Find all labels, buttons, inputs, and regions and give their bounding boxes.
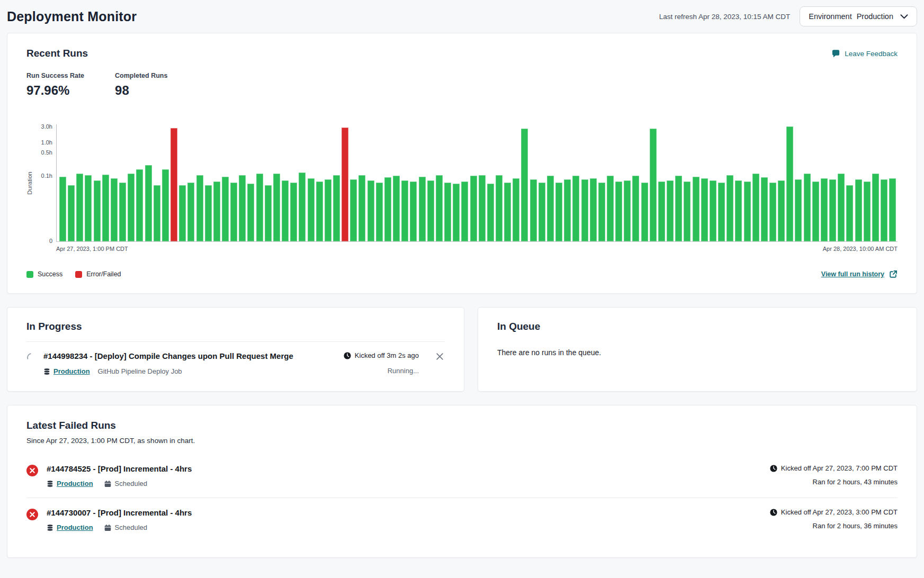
chart-bar-success[interactable] (564, 179, 571, 241)
environment-link[interactable]: Production (43, 367, 90, 375)
chart-bar-success[interactable] (76, 174, 83, 241)
chart-bar-success[interactable] (881, 179, 887, 241)
chart-bar-success[interactable] (265, 185, 272, 241)
chart-bar-success[interactable] (590, 178, 597, 241)
chart-bar-success[interactable] (864, 182, 871, 241)
chart-bar-success[interactable] (496, 175, 503, 241)
chart-bar-success[interactable] (744, 182, 751, 241)
chart-bar-success[interactable] (299, 173, 306, 241)
chart-bar-success[interactable] (436, 175, 443, 241)
chart-bar-success[interactable] (752, 174, 759, 241)
chart-bar-success[interactable] (726, 175, 733, 241)
chart-bar-success[interactable] (453, 184, 460, 241)
chart-bar-success[interactable] (812, 182, 819, 241)
chart-bar-success[interactable] (829, 179, 836, 241)
chart-bar-success[interactable] (461, 182, 468, 241)
chart-bar-success[interactable] (119, 183, 126, 241)
chart-bar-success[interactable] (547, 176, 554, 241)
chart-bar-success[interactable] (641, 183, 648, 241)
chart-bar-success[interactable] (85, 175, 92, 241)
chart-bar-success[interactable] (607, 176, 614, 241)
chart-bar-failed[interactable] (171, 128, 177, 241)
chart-bar-success[interactable] (410, 182, 417, 241)
chart-bar-success[interactable] (572, 176, 579, 241)
chart-bar-success[interactable] (68, 185, 75, 241)
chart-bar-success[interactable] (675, 176, 682, 241)
chart-bar-success[interactable] (367, 180, 374, 241)
chart-bar-success[interactable] (658, 182, 665, 241)
chart-bar-success[interactable] (889, 178, 896, 241)
chart-bar-success[interactable] (128, 174, 134, 241)
chart-bar-success[interactable] (479, 175, 486, 241)
chart-bar-success[interactable] (786, 127, 793, 241)
chart-bar-success[interactable] (539, 183, 545, 241)
chart-bar-success[interactable] (855, 179, 862, 241)
chart-bar-success[interactable] (624, 180, 631, 241)
chart-bar-success[interactable] (376, 183, 383, 241)
chart-bar-success[interactable] (290, 183, 297, 241)
chart-bar-success[interactable] (401, 180, 408, 241)
chart-bar-success[interactable] (59, 177, 66, 241)
chart-bar-success[interactable] (222, 177, 229, 241)
chart-bar-success[interactable] (162, 169, 169, 241)
chart-bar-success[interactable] (693, 177, 699, 241)
chart-bar-success[interactable] (179, 185, 186, 241)
chart-bar-success[interactable] (384, 177, 391, 241)
chart-plot[interactable] (56, 124, 898, 242)
chart-bar-success[interactable] (393, 176, 400, 241)
chart-bar-success[interactable] (187, 183, 194, 241)
chart-bar-success[interactable] (102, 175, 109, 241)
chart-bar-success[interactable] (710, 180, 716, 241)
chart-bar-success[interactable] (196, 175, 203, 241)
close-icon[interactable] (435, 351, 445, 362)
chart-bar-success[interactable] (735, 180, 742, 241)
chart-bar-success[interactable] (230, 183, 237, 241)
chart-bar-success[interactable] (513, 178, 519, 241)
chart-bar-success[interactable] (684, 182, 690, 241)
chart-bar-success[interactable] (650, 129, 657, 241)
chart-bar-success[interactable] (838, 174, 845, 241)
chart-bar-success[interactable] (769, 183, 776, 241)
chart-bar-success[interactable] (778, 180, 785, 241)
chart-bar-success[interactable] (419, 177, 426, 241)
chart-bar-success[interactable] (256, 174, 263, 241)
chart-bar-success[interactable] (111, 178, 118, 241)
chart-bar-success[interactable] (846, 185, 853, 241)
chart-bar-success[interactable] (325, 179, 331, 241)
chart-bar-success[interactable] (615, 182, 622, 241)
chart-bar-success[interactable] (581, 179, 588, 241)
chart-bar-success[interactable] (632, 176, 639, 241)
chart-bar-success[interactable] (154, 185, 160, 241)
chart-bar-success[interactable] (598, 183, 605, 241)
chart-bar-success[interactable] (247, 184, 254, 241)
chart-bar-success[interactable] (350, 179, 357, 241)
chart-bar-success[interactable] (358, 175, 365, 241)
chart-bar-success[interactable] (213, 182, 220, 241)
chart-bar-success[interactable] (282, 180, 289, 241)
chart-bar-success[interactable] (667, 180, 674, 241)
chart-bar-success[interactable] (761, 177, 768, 241)
chart-bar-success[interactable] (308, 178, 315, 241)
chart-bar-success[interactable] (427, 180, 434, 241)
chart-bar-success[interactable] (530, 179, 537, 241)
chart-bar-success[interactable] (94, 180, 101, 241)
chart-bar-success[interactable] (470, 176, 477, 241)
chart-bar-success[interactable] (316, 182, 323, 241)
chart-bar-success[interactable] (504, 183, 511, 241)
view-full-run-history-link[interactable]: View full run history (821, 270, 898, 278)
chart-bar-success[interactable] (205, 185, 212, 241)
chart-bar-success[interactable] (521, 129, 528, 241)
chart-bar-success[interactable] (821, 178, 828, 241)
chart-bar-success[interactable] (872, 174, 879, 241)
chart-bar-success[interactable] (701, 178, 708, 241)
chart-bar-success[interactable] (145, 165, 152, 241)
chart-bar-failed[interactable] (342, 128, 348, 241)
environment-dropdown[interactable]: Environment Production (800, 6, 917, 26)
leave-feedback-link[interactable]: Leave Feedback (831, 49, 898, 58)
chart-bar-success[interactable] (273, 174, 280, 241)
chart-bar-success[interactable] (795, 179, 802, 241)
chart-bar-success[interactable] (718, 183, 725, 241)
chart-bar-success[interactable] (555, 183, 562, 241)
environment-link[interactable]: Production (47, 523, 93, 531)
chart-bar-success[interactable] (444, 183, 451, 241)
